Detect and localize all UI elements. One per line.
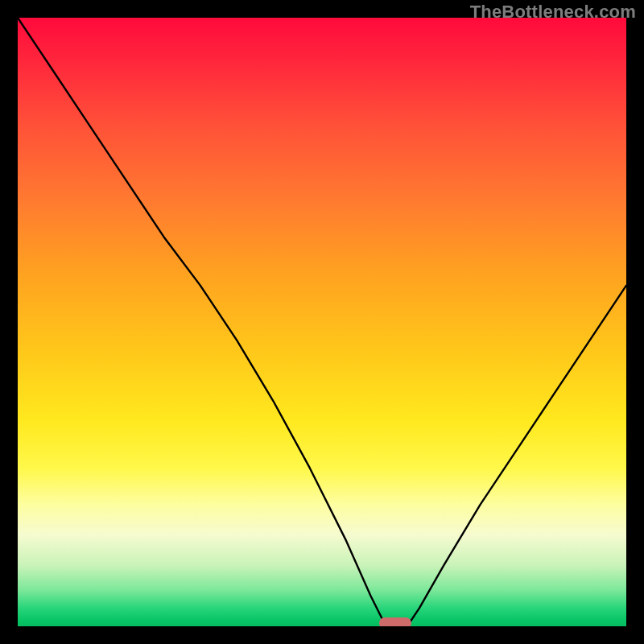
watermark-text: TheBottleneck.com [470,2,636,23]
plot-area [18,18,626,626]
chart-stage: TheBottleneck.com [0,0,644,644]
bottleneck-curve [18,18,626,626]
curve-layer [18,18,626,626]
optimal-marker [379,617,411,626]
